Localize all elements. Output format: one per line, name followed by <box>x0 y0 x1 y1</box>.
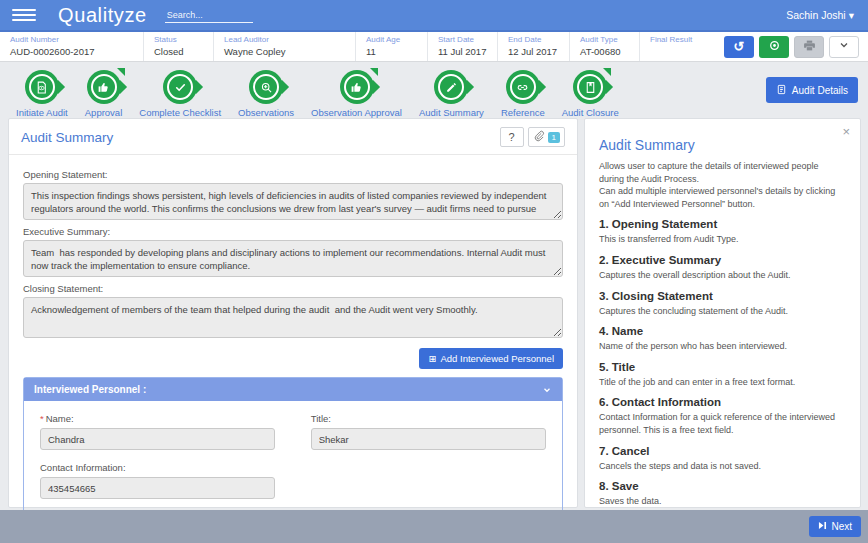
help-panel: × Audit Summary Allows user to capture t… <box>584 118 861 508</box>
help-item-body: This is transferred from Audit Type. <box>599 233 846 246</box>
help-items: 1. Opening StatementThis is transferred … <box>599 218 846 508</box>
info-field-value: AUD-0002600-2017 <box>10 46 133 57</box>
info-field-label: Audit Type <box>580 35 629 44</box>
name-input[interactable] <box>40 428 275 450</box>
page-title: Audit Summary <box>21 130 113 145</box>
info-field-label: Final Result <box>650 35 714 44</box>
workflow-step-label: Audit Closure <box>562 107 619 118</box>
info-field: Lead AuditorWayne Copley <box>214 32 356 61</box>
next-label: Next <box>831 521 852 532</box>
thumbs-up-icon <box>340 70 374 104</box>
info-field-label: Status <box>154 35 203 44</box>
attachments-button[interactable]: 1 <box>528 127 565 147</box>
workflow-step-label: Audit Summary <box>419 107 484 118</box>
help-item-heading: 3. Closing Statement <box>599 290 846 302</box>
interviewed-personnel-header[interactable]: Interviewed Personnel : <box>24 378 562 401</box>
paperclip-icon <box>533 130 545 144</box>
panel-header: Audit Summary ? 1 <box>9 119 577 155</box>
infobar-fields: Audit NumberAUD-0002600-2017StatusClosed… <box>0 32 724 61</box>
info-field: StatusClosed <box>144 32 214 61</box>
interviewed-personnel-body: *Name: Title: Contact Information: <box>24 401 562 517</box>
book-icon <box>573 70 607 104</box>
contact-information-input[interactable] <box>40 477 275 499</box>
hamburger-menu-icon[interactable] <box>12 9 36 21</box>
workflow-step-approval[interactable]: Approval <box>85 70 123 118</box>
help-item-heading: 1. Opening Statement <box>599 218 846 230</box>
title-label: Title: <box>311 413 546 424</box>
close-icon[interactable]: × <box>842 125 850 138</box>
info-field-label: Audit Age <box>366 35 417 44</box>
workflow-step-label: Initiate Audit <box>16 107 68 118</box>
info-field-value: 12 Jul 2017 <box>508 46 559 57</box>
info-field: End Date12 Jul 2017 <box>498 32 570 61</box>
document-icon <box>776 84 787 97</box>
info-field-value: 11 <box>366 46 417 57</box>
help-item-heading: 8. Save <box>599 480 846 492</box>
expand-button[interactable] <box>829 36 859 58</box>
app-logo: Qualityze <box>58 4 147 27</box>
name-label: Name: <box>46 413 74 424</box>
workflow-step-initiate-audit[interactable]: Initiate Audit <box>16 70 68 118</box>
info-field-label: End Date <box>508 35 559 44</box>
executive-summary-label: Executive Summary: <box>23 226 563 237</box>
audit-details-button[interactable]: Audit Details <box>766 77 858 103</box>
help-intro-paragraph: Can add multiple interviewed personnel's… <box>599 185 846 210</box>
info-field: Start Date11 Jul 2017 <box>428 32 498 61</box>
skip-next-icon <box>818 521 827 532</box>
print-button[interactable] <box>794 36 824 58</box>
question-icon: ? <box>508 131 514 143</box>
closing-statement-label: Closing Statement: <box>23 283 563 294</box>
history-button[interactable]: ↺ <box>724 36 754 58</box>
history-icon: ↺ <box>734 40 745 53</box>
opening-statement-textarea[interactable]: This inspection findings shows persisten… <box>23 183 563 220</box>
info-field-value: 11 Jul 2017 <box>438 46 487 57</box>
info-field-label: Lead Auditor <box>224 35 345 44</box>
add-interviewed-personnel-button[interactable]: ⊞ Add Interviewed Personnel <box>419 348 563 369</box>
workflow-step-audit-closure[interactable]: Audit Closure <box>562 70 619 118</box>
help-item-body: Saves the data. <box>599 495 846 508</box>
workflow-steps: Initiate AuditApprovalComplete Checklist… <box>16 70 636 118</box>
help-item-body: Captures the concluding statement of the… <box>599 305 846 318</box>
info-field-label: Start Date <box>438 35 487 44</box>
contact-field-group: Contact Information: <box>40 462 275 499</box>
help-button[interactable]: ? <box>500 127 524 147</box>
help-item-body: Cancels the steps and data is not saved. <box>599 460 846 473</box>
search-input[interactable] <box>165 8 253 23</box>
printer-icon <box>803 39 816 55</box>
info-field: Audit TypeAT-00680 <box>570 32 640 61</box>
chevron-down-icon[interactable] <box>542 385 552 395</box>
pencil-icon <box>434 70 468 104</box>
workflow-step-audit-summary[interactable]: Audit Summary <box>419 70 484 118</box>
help-item-heading: 7. Cancel <box>599 445 846 457</box>
info-field: Audit NumberAUD-0002600-2017 <box>0 32 144 61</box>
help-item-body: Name of the person who has been intervie… <box>599 340 846 353</box>
title-field-group: Title: <box>311 413 546 450</box>
chevron-down-icon: ▾ <box>849 9 854 21</box>
workflow-step-complete-checklist[interactable]: Complete Checklist <box>139 70 221 118</box>
help-item-heading: 6. Contact Information <box>599 396 846 408</box>
help-item-body: Contact Information for a quick referenc… <box>599 411 846 436</box>
user-menu[interactable]: Sachin Joshi ▾ <box>786 9 854 21</box>
opening-statement-label: Opening Statement: <box>23 169 563 180</box>
executive-summary-textarea[interactable]: Team has responded by developing plans a… <box>23 240 563 277</box>
link-icon <box>506 70 540 104</box>
info-field-value: Wayne Copley <box>224 46 345 57</box>
title-input[interactable] <box>311 428 546 450</box>
audit-summary-panel: Audit Summary ? 1 Opening Statement: Thi… <box>8 118 578 508</box>
workflow-step-observations[interactable]: Observations <box>238 70 294 118</box>
workflow-step-reference[interactable]: Reference <box>501 70 545 118</box>
help-intro-paragraph: Allows user to capture the details of in… <box>599 160 846 185</box>
closing-statement-textarea[interactable]: Acknowledgement of members of the team t… <box>23 297 563 338</box>
help-panel-title: Audit Summary <box>599 137 846 153</box>
next-button[interactable]: Next <box>809 516 861 537</box>
contact-information-label: Contact Information: <box>40 462 275 473</box>
panel-header-actions: ? 1 <box>500 127 565 147</box>
footer-bar: Next <box>0 510 868 543</box>
circle-action-button[interactable] <box>759 36 789 58</box>
workflow-bar: Initiate AuditApprovalComplete Checklist… <box>0 62 868 114</box>
interviewed-personnel-card: Interviewed Personnel : *Name: Title: <box>23 377 563 518</box>
info-field: Audit Age11 <box>356 32 428 61</box>
info-field: Final Result <box>640 32 724 61</box>
workflow-step-observation-approval[interactable]: Observation Approval <box>311 70 402 118</box>
help-item-body: Captures the overall description about t… <box>599 269 846 282</box>
